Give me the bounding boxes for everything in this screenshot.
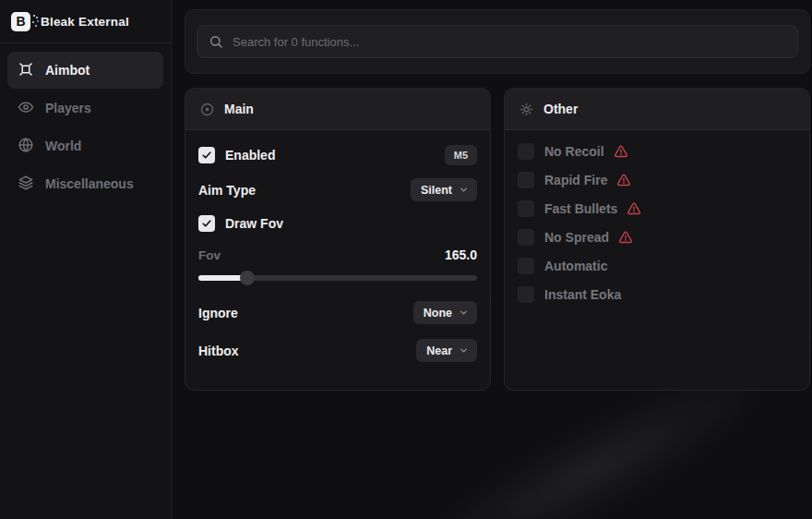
fov-row: Fov 165.0 [198,247,477,262]
no-recoil-checkbox[interactable] [518,143,534,160]
sidebar-item-players[interactable]: Players [7,90,163,127]
sidebar-item-label: Miscellaneous [45,176,134,191]
target-icon [199,102,215,117]
main-content: Main Enabled M5 Aim Type Silent [173,0,812,519]
draw-fov-checkbox[interactable] [198,215,215,232]
automatic-label: Automatic [544,259,607,273]
ignore-row: Ignore None [198,301,477,324]
hitbox-value: Near [426,344,452,357]
rapid-fire-checkbox[interactable] [518,172,534,188]
fast-bullets-checkbox[interactable] [518,200,534,217]
warning-icon [614,144,628,159]
panel-title: Other [543,102,578,116]
fast-bullets-row: Fast Bullets [518,200,796,217]
fov-label: Fov [198,248,221,262]
sidebar-item-label: Aimbot [45,63,90,78]
other-panel: Other No Recoil Rapid Fire [504,88,810,391]
search-input[interactable] [233,35,786,49]
app-logo-icon: B [11,12,30,31]
rapid-fire-label: Rapid Fire [544,173,607,187]
sidebar: B Bleak External Aimbot Players [0,0,172,519]
hitbox-label: Hitbox [198,344,239,358]
ignore-dropdown[interactable]: None [413,301,477,324]
hitbox-dropdown[interactable]: Near [416,339,477,362]
other-panel-header: Other [505,89,809,130]
sidebar-item-miscellaneous[interactable]: Miscellaneous [7,165,163,202]
fov-slider[interactable] [198,271,477,285]
sidebar-item-label: World [45,139,81,153]
main-panel: Main Enabled M5 Aim Type Silent [185,88,491,391]
enabled-row: Enabled M5 [198,143,477,166]
crosshair-scan-icon [18,61,34,80]
automatic-row: Automatic [518,258,796,274]
automatic-checkbox[interactable] [518,258,534,274]
instant-eoka-checkbox[interactable] [518,286,534,303]
panel-title: Main [224,102,254,116]
enabled-checkbox[interactable] [198,147,215,163]
search-panel [185,9,810,74]
no-recoil-row: No Recoil [518,143,796,160]
aim-type-label: Aim Type [198,183,256,198]
gear-icon [519,102,534,117]
main-panel-header: Main [185,89,490,130]
app-title: Bleak External [41,15,129,29]
enabled-keybind-button[interactable]: M5 [445,145,477,165]
no-spread-row: No Spread [518,229,796,246]
sidebar-item-world[interactable]: World [7,127,163,164]
ignore-value: None [424,307,452,320]
globe-icon [18,137,34,156]
no-spread-label: No Spread [544,230,609,245]
draw-fov-label: Draw Fov [225,216,283,231]
warning-icon [618,230,633,245]
layers-icon [18,175,34,194]
enabled-label: Enabled [225,148,275,163]
fov-slider-thumb[interactable] [240,271,255,285]
aim-type-row: Aim Type Silent [198,178,477,201]
sidebar-header: B Bleak External [0,0,171,43]
instant-eoka-label: Instant Eoka [544,287,621,302]
hitbox-row: Hitbox Near [198,339,477,362]
fov-value: 165.0 [445,247,477,262]
chevron-down-icon [459,345,469,356]
fast-bullets-label: Fast Bullets [544,201,617,216]
no-recoil-label: No Recoil [544,144,604,159]
chevron-down-icon [459,185,469,195]
aim-type-dropdown[interactable]: Silent [411,178,477,201]
sidebar-nav: Aimbot Players World [0,43,171,211]
search-box[interactable] [197,25,798,58]
chevron-down-icon [459,308,469,318]
sidebar-item-label: Players [45,101,91,115]
sidebar-item-aimbot[interactable]: Aimbot [7,52,163,89]
ignore-label: Ignore [198,306,238,320]
no-spread-checkbox[interactable] [518,229,534,246]
instant-eoka-row: Instant Eoka [518,286,796,303]
search-icon [209,34,223,49]
eye-icon [18,99,34,118]
rapid-fire-row: Rapid Fire [518,172,796,188]
warning-icon [627,201,641,216]
aim-type-value: Silent [421,184,452,197]
draw-fov-row: Draw Fov [198,214,477,233]
warning-icon [616,173,631,187]
